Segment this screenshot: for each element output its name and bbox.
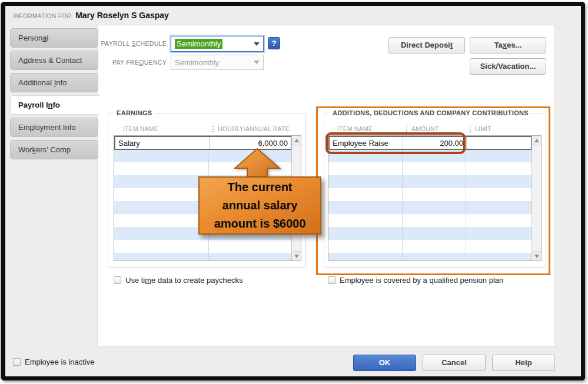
sick-vacation-button[interactable]: Sick/Vacation...	[470, 58, 546, 75]
empty-rows	[328, 149, 531, 261]
pay-frequency-select: Semimonthly	[171, 55, 264, 70]
checkbox-icon	[114, 276, 121, 284]
callout-arrow-icon	[234, 148, 281, 176]
direct-deposit-button[interactable]: Direct Deposit	[388, 37, 465, 54]
dialog-frame: INFORMATION FOR Mary Roselyn S Gaspay Pe…	[1, 2, 585, 380]
column-separator-icon	[470, 126, 471, 132]
help-button[interactable]: Help	[492, 355, 555, 371]
scroll-up-icon[interactable]	[532, 136, 541, 145]
additions-grid: Employee Raise 200.00	[328, 135, 542, 261]
payroll-schedule-value: Semimonthly	[175, 39, 222, 49]
column-header: AMOUNT	[411, 125, 439, 132]
employee-name: Mary Roselyn S Gaspay	[75, 11, 169, 20]
checkbox-icon	[13, 358, 21, 366]
additions-header: ITEM NAME AMOUNT LIMIT	[328, 122, 542, 135]
callout-box: The current annual salary amount is $600…	[198, 176, 321, 235]
tab-workers-comp[interactable]: Workers' Comp	[10, 140, 98, 159]
amount-cell[interactable]: 200.00	[403, 137, 466, 149]
column-header: ITEM NAME	[114, 122, 208, 135]
column-header: ITEM NAME	[328, 122, 401, 135]
column-header: HOURLY/ANNUAL RATE	[218, 125, 290, 132]
column-header: LIMIT	[475, 125, 491, 132]
column-divider	[466, 149, 466, 261]
scroll-down-icon[interactable]	[532, 251, 541, 261]
rate-cell[interactable]: 6,000.00	[209, 137, 291, 149]
column-separator-icon	[212, 126, 214, 132]
column-divider	[402, 149, 403, 261]
additions-title: ADDITIONS, DEDUCTIONS AND COMPANY CONTRI…	[330, 109, 531, 116]
tab-payroll-info[interactable]: Payroll Info	[10, 95, 100, 115]
chevron-down-icon	[254, 42, 260, 46]
earnings-header: ITEM NAME HOURLY/ANNUAL RATE	[114, 122, 301, 135]
additions-table: ITEM NAME AMOUNT LIMIT Employee Raise 20…	[328, 122, 542, 261]
cancel-button[interactable]: Cancel	[423, 355, 486, 371]
payroll-schedule-select[interactable]: Semimonthly	[171, 36, 264, 52]
scroll-up-icon[interactable]	[292, 136, 301, 145]
question-mark-icon: ?	[272, 39, 277, 48]
tab-employment-info[interactable]: Employment Info	[10, 118, 98, 137]
item-name-cell[interactable]: Employee Raise	[330, 137, 403, 149]
pension-plan-checkbox[interactable]: Employee is covered by a qualified pensi…	[328, 276, 503, 285]
employee-inactive-checkbox[interactable]: Employee is inactive	[13, 358, 95, 366]
ok-button[interactable]: OK	[353, 355, 416, 371]
information-for-label: INFORMATION FOR	[13, 13, 71, 19]
item-name-cell[interactable]: Salary	[115, 137, 209, 149]
help-icon-button[interactable]: ?	[268, 37, 280, 49]
column-separator-icon	[406, 126, 407, 132]
chevron-down-icon	[254, 61, 260, 64]
tab-personal[interactable]: Personal	[10, 28, 98, 48]
earnings-title: EARNINGS	[114, 109, 155, 116]
use-time-data-checkbox[interactable]: Use time data to create paychecks	[114, 276, 242, 285]
header: INFORMATION FOR Mary Roselyn S Gaspay	[13, 11, 169, 20]
table-row[interactable]: Employee Raise 200.00	[328, 136, 532, 150]
callout-text: The current annual salary amount is $600…	[214, 178, 306, 233]
additions-scrollbar[interactable]	[531, 136, 541, 261]
checkbox-icon	[328, 276, 335, 284]
pay-frequency-value: Semimonthly	[175, 58, 219, 67]
taxes-button[interactable]: Taxes...	[470, 37, 546, 54]
tab-additional-info[interactable]: Additional Info	[10, 73, 98, 92]
scroll-down-icon[interactable]	[292, 251, 301, 261]
limit-cell[interactable]	[466, 137, 531, 149]
tab-address-contact[interactable]: Address & Contact	[10, 51, 98, 70]
